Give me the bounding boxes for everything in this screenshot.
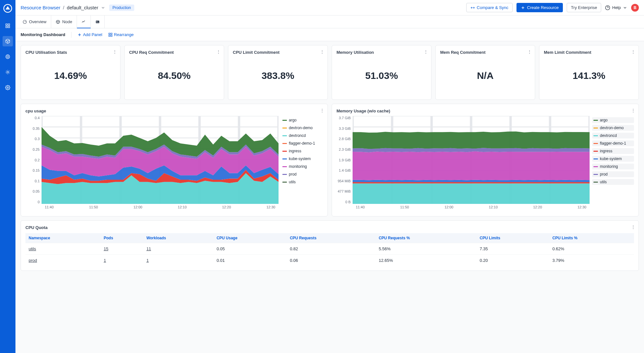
legend-item[interactable]: ingress xyxy=(281,148,323,154)
panel-menu-icon[interactable]: ⋮ xyxy=(216,49,221,54)
legend-swatch xyxy=(593,128,598,129)
gauge-icon xyxy=(23,20,27,24)
nav-resource-browser-icon[interactable] xyxy=(3,36,13,46)
legend-item[interactable]: argo xyxy=(281,117,323,123)
create-resource-button[interactable]: Create Resource xyxy=(516,3,563,12)
cell-cpu-usage: 0.01 xyxy=(213,255,287,266)
legend-item[interactable]: utils xyxy=(281,179,323,185)
plus-icon xyxy=(77,33,82,37)
stat-card: Mem Limit Commitment ⋮ 141.3% xyxy=(539,45,639,100)
panel-title: cpu usage xyxy=(25,109,323,113)
stat-value: 14.69% xyxy=(25,70,116,81)
tab-terminal[interactable] xyxy=(91,15,105,28)
cell-workloads[interactable]: 11 xyxy=(143,243,213,255)
cell-workloads[interactable]: 1 xyxy=(143,255,213,266)
legend-label: kube-system xyxy=(289,157,311,161)
legend-item[interactable]: devtron-demo xyxy=(592,125,634,131)
legend-swatch xyxy=(593,120,598,121)
table-header[interactable]: CPU Limits % xyxy=(549,233,634,243)
nav-helm-icon[interactable] xyxy=(3,67,13,77)
table-header[interactable]: Namespace xyxy=(25,233,100,243)
legend-item[interactable]: monitoring xyxy=(592,164,634,169)
stat-card: CPU Utilisation Stats ⋮ 14.69% xyxy=(21,45,120,100)
breadcrumb: Resource Browser / default_cluster xyxy=(21,5,105,10)
legend-item[interactable]: monitoring xyxy=(281,164,323,169)
stat-card: CPU Limit Commitment ⋮ 383.8% xyxy=(228,45,328,100)
rearrange-button[interactable]: Rearrange xyxy=(108,32,134,37)
chevron-down-icon[interactable] xyxy=(101,5,105,10)
stat-title: Mem Limit Commitment xyxy=(544,50,634,55)
nav-sidebar xyxy=(0,0,15,353)
legend-item[interactable]: flagger-demo-1 xyxy=(281,140,323,146)
cell-cpu-requests-pct: 5.56% xyxy=(375,243,477,255)
nav-target-icon[interactable] xyxy=(3,52,13,62)
cpu-usage-legend: argodevtron-demodevtroncdflagger-demo-1i… xyxy=(281,116,323,212)
panel-menu-icon[interactable]: ⋮ xyxy=(424,49,428,54)
table-header[interactable]: Workloads xyxy=(143,233,213,243)
cell-pods[interactable]: 1 xyxy=(100,255,143,266)
try-enterprise-button[interactable]: Try Enterprise xyxy=(567,3,601,12)
cube-icon xyxy=(56,20,60,24)
panel-menu-icon[interactable]: ⋮ xyxy=(113,49,117,54)
svg-rect-12 xyxy=(109,33,110,34)
memory-usage-chart[interactable]: 3.7 GiB3.3 GiB2.8 GiB2.3 GiB1.9 GiB1.4 G… xyxy=(336,116,590,212)
legend-item[interactable]: ingress xyxy=(592,148,634,154)
compare-sync-button[interactable]: Compare & Sync xyxy=(466,3,513,12)
stat-value: 84.50% xyxy=(129,70,219,81)
panel-menu-icon[interactable]: ⋮ xyxy=(320,49,324,54)
tab-overview[interactable]: Overview xyxy=(18,15,51,28)
legend-label: devtron-demo xyxy=(600,126,624,130)
stat-value: 51.03% xyxy=(336,70,427,81)
legend-label: ingress xyxy=(600,149,612,153)
legend-item[interactable]: devtroncd xyxy=(281,133,323,138)
legend-label: flagger-demo-1 xyxy=(289,141,315,146)
nav-settings-icon[interactable] xyxy=(3,82,13,93)
legend-swatch xyxy=(593,158,598,159)
table-header[interactable]: CPU Limits xyxy=(477,233,549,243)
cell-namespace[interactable]: prod xyxy=(25,255,100,266)
legend-item[interactable]: devtroncd xyxy=(592,133,634,138)
memory-usage-legend: argodevtron-demodevtroncdflagger-demo-1i… xyxy=(592,116,634,212)
dashboard-subbar: Monitoring Dashboard Add Panel Rearrange xyxy=(15,28,644,41)
cell-cpu-limits-pct: 0.62% xyxy=(549,243,634,255)
breadcrumb-cluster[interactable]: default_cluster xyxy=(67,5,99,10)
env-badge: Production xyxy=(109,5,134,11)
stat-title: CPU Req Commitment xyxy=(129,50,219,55)
legend-item[interactable]: kube-system xyxy=(592,156,634,162)
legend-item[interactable]: prod xyxy=(281,171,323,177)
tab-monitoring[interactable] xyxy=(77,15,91,28)
cell-namespace[interactable]: utils xyxy=(25,243,100,255)
panel-menu-icon[interactable]: ⋮ xyxy=(631,49,635,54)
table-header[interactable]: CPU Usage xyxy=(213,233,287,243)
tab-node[interactable]: Node xyxy=(51,15,77,28)
avatar[interactable]: B xyxy=(631,4,639,12)
legend-label: devtroncd xyxy=(289,133,306,138)
table-header[interactable]: Pods xyxy=(100,233,143,243)
legend-item[interactable]: devtron-demo xyxy=(281,125,323,131)
panel-menu-icon[interactable]: ⋮ xyxy=(631,108,635,113)
nav-apps-icon[interactable] xyxy=(3,21,13,31)
table-header[interactable]: CPU Requests % xyxy=(375,233,477,243)
panel-menu-icon[interactable]: ⋮ xyxy=(527,49,532,54)
legend-item[interactable]: argo xyxy=(592,117,634,123)
svg-rect-15 xyxy=(111,35,112,36)
memory-usage-panel: Memory Usage (w/o cache) ⋮ 3.7 GiB3.3 Gi… xyxy=(332,104,639,216)
cell-cpu-limits-pct: 3.79% xyxy=(549,255,634,266)
panel-title: Memory Usage (w/o cache) xyxy=(336,109,634,113)
legend-item[interactable]: kube-system xyxy=(281,156,323,162)
svg-point-7 xyxy=(7,71,8,73)
breadcrumb-root[interactable]: Resource Browser xyxy=(21,5,60,10)
panel-menu-icon[interactable]: ⋮ xyxy=(631,224,635,229)
help-menu[interactable]: Help xyxy=(605,5,627,10)
svg-rect-1 xyxy=(6,24,7,25)
legend-label: argo xyxy=(289,118,297,122)
cpu-usage-chart[interactable]: 0.40.350.30.250.20.150.10.05011:4011:501… xyxy=(25,116,279,212)
panel-menu-icon[interactable]: ⋮ xyxy=(320,108,324,113)
stat-card: CPU Req Commitment ⋮ 84.50% xyxy=(124,45,224,100)
table-header[interactable]: CPU Requests xyxy=(287,233,375,243)
legend-item[interactable]: prod xyxy=(592,171,634,177)
add-panel-button[interactable]: Add Panel xyxy=(77,32,102,37)
legend-item[interactable]: utils xyxy=(592,179,634,185)
legend-item[interactable]: flagger-demo-1 xyxy=(592,140,634,146)
cell-pods[interactable]: 15 xyxy=(100,243,143,255)
